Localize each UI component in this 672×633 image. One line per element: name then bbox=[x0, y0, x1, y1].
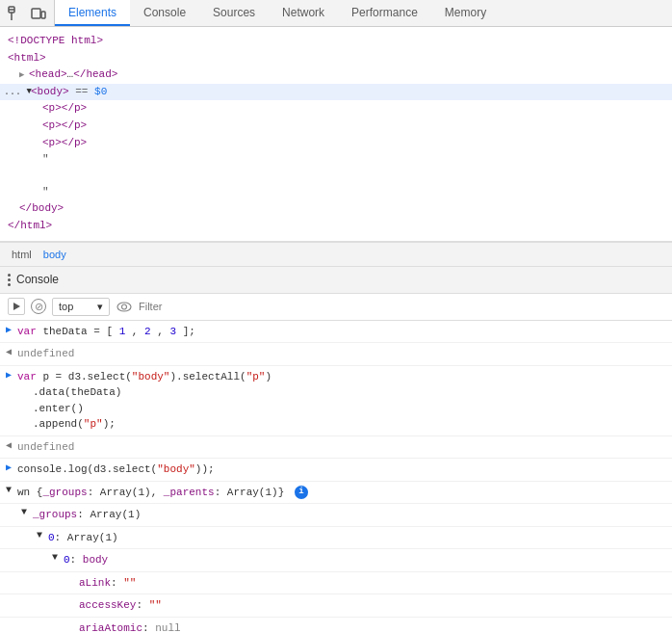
tab-performance[interactable]: Performance bbox=[338, 0, 431, 26]
line-content-1: var theData = [ 1 , 2 , 3 ]; bbox=[17, 322, 672, 342]
line-content-0-array: 0: Array(1) bbox=[48, 528, 672, 548]
console-output: ▶ var theData = [ 1 , 2 , 3 ]; ◀ undefin… bbox=[0, 321, 672, 633]
tree-line-empty bbox=[0, 169, 672, 184]
toolbar-icons bbox=[0, 0, 55, 26]
console-line-input-2[interactable]: ▶ var p = d3.select("body").selectAll("p… bbox=[0, 366, 672, 436]
console-header: Console bbox=[0, 267, 672, 294]
tree-line-p3[interactable]: <p></p> bbox=[0, 135, 672, 152]
console-line-output-2: ◀ undefined bbox=[0, 436, 672, 460]
arrow-expand-wn[interactable]: ▼ bbox=[0, 483, 17, 495]
info-icon[interactable]: i bbox=[295, 486, 308, 499]
line-content-3: var p = d3.select("body").selectAll("p")… bbox=[17, 367, 273, 435]
console-line-0-array[interactable]: ▼ 0: Array(1) bbox=[0, 527, 672, 550]
html-tree: <!DOCTYPE html> <html> ▶ <head>…</head> … bbox=[0, 27, 672, 241]
svg-point-7 bbox=[122, 304, 127, 309]
tab-elements[interactable]: Elements bbox=[55, 0, 130, 26]
tree-line-p2[interactable]: <p></p> bbox=[0, 118, 672, 135]
tree-line-body-close[interactable]: </body> bbox=[0, 200, 672, 218]
console-line-input-1[interactable]: ▶ var theData = [ 1 , 2 , 3 ]; bbox=[0, 321, 672, 344]
three-dots-menu[interactable] bbox=[8, 274, 11, 286]
expand-head[interactable]: ▶ bbox=[19, 68, 29, 82]
arrow-aLink bbox=[62, 573, 79, 575]
breadcrumb-body[interactable]: body bbox=[39, 247, 70, 262]
line-content-wn: wn {_groups: Array(1), _parents: Array(1… bbox=[17, 483, 672, 503]
svg-point-6 bbox=[117, 303, 131, 311]
tree-line-html-close[interactable]: </html> bbox=[0, 218, 672, 235]
tree-line[interactable]: <!DOCTYPE html> bbox=[0, 33, 672, 50]
line-content-accessKey: accessKey: "" bbox=[79, 595, 672, 616]
tree-line[interactable]: <html> bbox=[0, 50, 672, 67]
arrow-accessKey bbox=[62, 595, 79, 597]
console-line-ariaAtomic[interactable]: ariaAtomic: null bbox=[0, 618, 672, 633]
inspect-icon[interactable] bbox=[6, 4, 25, 23]
line-content-5: console.log(d3.select("body")); bbox=[17, 460, 672, 480]
console-label: Console bbox=[16, 273, 59, 286]
svg-marker-5 bbox=[13, 303, 20, 310]
arrow-groups[interactable]: ▼ bbox=[15, 505, 33, 517]
console-line-groups[interactable]: ▼ _groups: Array(1) bbox=[0, 504, 672, 527]
tabs: Elements Console Sources Network Perform… bbox=[55, 0, 672, 26]
breadcrumb-html[interactable]: html bbox=[8, 247, 36, 262]
context-label: top bbox=[59, 301, 73, 312]
svg-rect-4 bbox=[41, 12, 45, 18]
svg-rect-3 bbox=[32, 9, 40, 18]
arrow-input-1: ▶ bbox=[0, 322, 17, 335]
tree-line-body[interactable]: ... ▼ <body> == $0 bbox=[0, 84, 672, 101]
tree-line-quote2[interactable]: " bbox=[0, 184, 672, 201]
console-line-input-3[interactable]: ▶ console.log(d3.select("body")); bbox=[0, 459, 672, 482]
top-toolbar: Elements Console Sources Network Perform… bbox=[0, 0, 672, 27]
breadcrumb: html body bbox=[0, 242, 672, 267]
chevron-down-icon: ▾ bbox=[97, 301, 103, 313]
console-line-0-body[interactable]: ▼ 0: body bbox=[0, 549, 672, 572]
tree-line-head[interactable]: ▶ <head>…</head> bbox=[0, 66, 672, 84]
line-content-groups: _groups: Array(1) bbox=[33, 505, 672, 525]
line-content-0-body: 0: body bbox=[64, 550, 672, 570]
tab-sources[interactable]: Sources bbox=[199, 0, 269, 26]
line-content-aLink: aLink: "" bbox=[79, 573, 672, 593]
expand-body[interactable]: ▼ bbox=[21, 85, 31, 98]
device-icon[interactable] bbox=[29, 4, 48, 23]
arrow-0-body[interactable]: ▼ bbox=[46, 550, 64, 563]
tab-console[interactable]: Console bbox=[130, 0, 199, 26]
arrow-input-2: ▶ bbox=[0, 367, 17, 381]
console-line-accessKey[interactable]: accessKey: "" bbox=[0, 594, 672, 618]
arrow-output-1: ◀ bbox=[0, 344, 17, 357]
context-selector[interactable]: top ▾ bbox=[52, 298, 110, 316]
console-toolbar: ⊘ top ▾ bbox=[0, 294, 672, 321]
tree-line-quote1[interactable]: " bbox=[0, 151, 672, 169]
arrow-ariaAtomic bbox=[62, 619, 79, 620]
arrow-input-3: ▶ bbox=[0, 460, 17, 473]
tab-memory[interactable]: Memory bbox=[431, 0, 500, 26]
filter-input[interactable] bbox=[139, 301, 664, 312]
console-clear-btn[interactable]: ⊘ bbox=[31, 299, 46, 314]
tree-line-p1[interactable]: <p></p> bbox=[0, 100, 672, 118]
line-content-ariaAtomic: ariaAtomic: null bbox=[79, 619, 672, 633]
arrow-output-2: ◀ bbox=[0, 437, 17, 451]
console-line-aLink[interactable]: aLink: "" bbox=[0, 572, 672, 595]
line-content-2: undefined bbox=[17, 344, 672, 364]
arrow-0-array[interactable]: ▼ bbox=[31, 528, 48, 541]
console-line-output-1: ◀ undefined bbox=[0, 343, 672, 366]
console-line-object[interactable]: ▼ wn {_groups: Array(1), _parents: Array… bbox=[0, 482, 672, 505]
console-execute-btn[interactable] bbox=[8, 298, 25, 315]
line-content-4: undefined bbox=[17, 437, 672, 458]
eye-icon[interactable] bbox=[116, 298, 133, 315]
elements-panel: <!DOCTYPE html> <html> ▶ <head>…</head> … bbox=[0, 27, 672, 242]
tab-network[interactable]: Network bbox=[269, 0, 338, 26]
